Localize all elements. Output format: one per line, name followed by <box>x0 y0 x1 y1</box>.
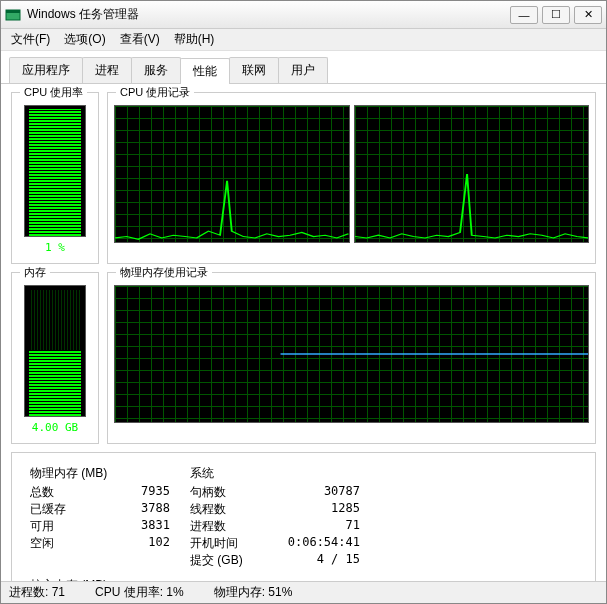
app-icon <box>5 7 21 23</box>
menu-help[interactable]: 帮助(H) <box>168 29 221 50</box>
kernel-mem-title: 核心内存 (MB) <box>30 577 170 581</box>
cpu-meter <box>24 105 86 237</box>
menu-file[interactable]: 文件(F) <box>5 29 56 50</box>
tabbar: 应用程序 进程 服务 性能 联网 用户 <box>1 51 606 84</box>
statusbar: 进程数: 71 CPU 使用率: 1% 物理内存: 51% <box>1 581 606 603</box>
mem-history-panel: 物理内存使用记录 <box>107 272 596 444</box>
cpu-usage-panel: CPU 使用率 1 % <box>11 92 99 264</box>
cpu-meter-value: 1 % <box>45 241 65 254</box>
cpu-graph-1 <box>354 105 590 243</box>
tab-processes[interactable]: 进程 <box>82 57 132 83</box>
task-manager-window: Windows 任务管理器 — ☐ ✕ 文件(F) 选项(O) 查看(V) 帮助… <box>0 0 607 604</box>
phys-mem-block: 物理内存 (MB) 总数7935 已缓存3788 可用3831 空闲102 <box>30 465 170 569</box>
menubar: 文件(F) 选项(O) 查看(V) 帮助(H) <box>1 29 606 51</box>
memory-panel: 内存 4.00 GB <box>11 272 99 444</box>
system-block: 系统 句柄数30787 线程数1285 进程数71 开机时间0:06:54:41… <box>190 465 360 569</box>
stats-group: 物理内存 (MB) 总数7935 已缓存3788 可用3831 空闲102 系统… <box>11 452 596 581</box>
cpu-graph-0 <box>114 105 350 243</box>
tab-applications[interactable]: 应用程序 <box>9 57 83 83</box>
close-button[interactable]: ✕ <box>574 6 602 24</box>
tab-performance[interactable]: 性能 <box>180 58 230 84</box>
memory-graph <box>114 285 589 423</box>
cpu-usage-label: CPU 使用率 <box>20 85 87 100</box>
minimize-button[interactable]: — <box>510 6 538 24</box>
content-area: CPU 使用率 1 % CPU 使用记录 <box>1 84 606 581</box>
cpu-history-label: CPU 使用记录 <box>116 85 194 100</box>
titlebar[interactable]: Windows 任务管理器 — ☐ ✕ <box>1 1 606 29</box>
memory-meter <box>24 285 86 417</box>
maximize-button[interactable]: ☐ <box>542 6 570 24</box>
mem-history-label: 物理内存使用记录 <box>116 265 212 280</box>
tab-networking[interactable]: 联网 <box>229 57 279 83</box>
memory-meter-value: 4.00 GB <box>32 421 78 434</box>
memory-label: 内存 <box>20 265 50 280</box>
cpu-history-panel: CPU 使用记录 <box>107 92 596 264</box>
kernel-mem-block: 核心内存 (MB) 分页数350 未分页68 <box>30 577 170 581</box>
svg-rect-1 <box>6 10 20 13</box>
status-memory: 物理内存: 51% <box>214 584 293 601</box>
status-cpu: CPU 使用率: 1% <box>95 584 184 601</box>
window-title: Windows 任务管理器 <box>27 6 510 23</box>
phys-mem-title: 物理内存 (MB) <box>30 465 170 482</box>
status-processes: 进程数: 71 <box>9 584 65 601</box>
system-title: 系统 <box>190 465 360 482</box>
tab-users[interactable]: 用户 <box>278 57 328 83</box>
menu-options[interactable]: 选项(O) <box>58 29 111 50</box>
menu-view[interactable]: 查看(V) <box>114 29 166 50</box>
tab-services[interactable]: 服务 <box>131 57 181 83</box>
